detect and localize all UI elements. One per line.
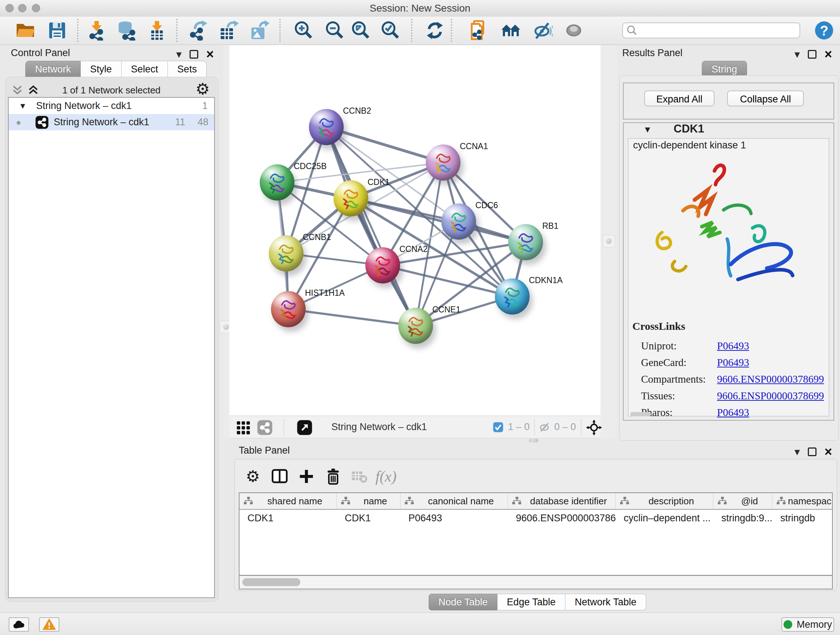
export-image-icon[interactable]	[248, 19, 270, 41]
right-splitter-handle[interactable]	[603, 235, 615, 247]
table-cell-id[interactable]: stringdb:9...	[714, 510, 772, 526]
node-cdk1[interactable]	[333, 180, 368, 217]
column-header-description[interactable]: description	[616, 493, 714, 509]
node-cdc6[interactable]	[441, 203, 476, 240]
crosslink-value-link[interactable]: P06493	[717, 340, 749, 352]
node-hist1h1a[interactable]	[271, 291, 306, 327]
float-panel-icon[interactable]	[808, 50, 816, 59]
crosslink-value-link[interactable]: 9606.ENSP00000378699	[717, 390, 824, 402]
edge-HIST1H1A-CCNE1[interactable]	[288, 309, 416, 326]
document-share-icon[interactable]	[467, 19, 489, 41]
collapse-all-button[interactable]: Collapse All	[727, 90, 804, 106]
warning-button[interactable]	[39, 617, 59, 632]
network-share-view-icon[interactable]	[257, 420, 273, 437]
zoom-out-icon[interactable]	[324, 19, 346, 41]
column-header-shared-name[interactable]: shared name	[240, 493, 337, 509]
show-panel-eye-icon[interactable]	[563, 19, 584, 41]
node-ccna2[interactable]	[365, 247, 400, 283]
refresh-icon[interactable]	[424, 19, 446, 41]
network-view-title: String Network – cdk1	[332, 421, 427, 432]
table-cell-canonical-name[interactable]: P06493	[401, 510, 508, 526]
open-view-in-window-icon[interactable]	[297, 420, 313, 437]
help-icon[interactable]: ?	[813, 19, 835, 41]
home-pages-icon[interactable]	[500, 19, 522, 41]
node-label-cdc6: CDC6	[475, 201, 498, 211]
table-cell-shared-name[interactable]: CDK1	[240, 510, 337, 526]
entry-collapse-icon[interactable]: ▼	[643, 125, 652, 135]
selected-checkbox-icon[interactable]	[493, 422, 504, 434]
delete-column-trash-icon[interactable]	[322, 465, 344, 488]
table-options-gear-icon[interactable]: ⚙	[242, 465, 264, 488]
import-network-icon[interactable]	[86, 19, 107, 41]
import-table-icon[interactable]	[146, 19, 168, 41]
search-input[interactable]	[641, 24, 799, 37]
float-panel-icon[interactable]	[808, 448, 816, 456]
open-session-icon[interactable]	[14, 19, 36, 41]
birds-eye-crosshair-icon[interactable]	[586, 420, 602, 437]
node-label-cdkn1a: CDKN1A	[529, 276, 562, 285]
network-tree-root-row[interactable]: ▼ String Network – cdk1 1	[9, 98, 214, 114]
zoom-selected-icon[interactable]	[380, 19, 401, 41]
control-panel-tabs: NetworkStyleSelectSets	[25, 61, 207, 78]
save-session-icon[interactable]	[46, 19, 68, 41]
edge-CDK1-RB1[interactable]	[351, 198, 526, 242]
node-count: 11	[175, 117, 185, 128]
tab-style[interactable]: Style	[81, 61, 122, 78]
column-header-canonical-name[interactable]: canonical name	[401, 493, 508, 509]
node-cdkn1a[interactable]	[495, 279, 530, 315]
hide-panel-eye-icon[interactable]	[532, 19, 554, 41]
node-ccna1[interactable]	[426, 144, 461, 181]
expand-all-button[interactable]: Expand All	[644, 90, 714, 106]
crosslink-value-link[interactable]: P06493	[717, 407, 749, 418]
column-header-namespac[interactable]: namespac	[772, 493, 833, 509]
tree-expand-icon[interactable]: ▼	[19, 101, 27, 111]
float-panel-icon[interactable]	[189, 50, 198, 59]
export-table-icon[interactable]	[218, 19, 240, 41]
close-panel-icon[interactable]: ×	[824, 48, 832, 61]
table-horizontal-scrollbar[interactable]	[239, 576, 833, 589]
show-columns-icon[interactable]	[268, 465, 291, 488]
node-rb1[interactable]	[508, 224, 543, 260]
node-ccnb1[interactable]	[269, 235, 303, 272]
column-header-database-identifier[interactable]: database identifier	[508, 493, 616, 509]
results-scrollbar-thumb[interactable]	[630, 412, 651, 416]
network-tree-child-row[interactable]: ● String Network – cdk1 11 48	[9, 114, 214, 130]
grid-view-icon[interactable]	[236, 420, 250, 436]
crosslink-value-link[interactable]: 9606.ENSP00000378699	[717, 373, 824, 385]
network-canvas[interactable]: CCNB2CCNA1CDC25BCDK1CDC6RB1CCNB1CCNA2CDK…	[229, 45, 600, 416]
table-cell-database-identifier[interactable]: 9606.ENSP00000378699	[508, 510, 616, 526]
node-ccne1[interactable]	[398, 308, 433, 344]
tab-edge-table[interactable]: Edge Table	[497, 594, 565, 610]
left-splitter[interactable]	[223, 45, 229, 439]
search-field[interactable]	[622, 22, 800, 38]
tab-node-table[interactable]: Node Table	[429, 594, 497, 610]
create-column-plus-icon[interactable]	[295, 465, 317, 488]
close-panel-icon[interactable]: ×	[824, 445, 832, 458]
zoom-fit-icon[interactable]	[350, 19, 372, 41]
tab-sets[interactable]: Sets	[168, 61, 207, 78]
table-cell-namespac[interactable]: stringdb	[772, 510, 833, 526]
column-header-name[interactable]: name	[337, 493, 401, 509]
node-ccnb2[interactable]	[309, 109, 344, 145]
export-network-icon[interactable]	[187, 19, 209, 41]
collapse-panel-icon[interactable]: ▾	[794, 447, 800, 457]
tab-network[interactable]: Network	[25, 61, 81, 78]
network-options-gear-icon[interactable]: ⚙	[196, 81, 210, 97]
scrollbar-thumb[interactable]	[242, 578, 300, 586]
column-header-id[interactable]: @id	[714, 493, 772, 509]
tab-select[interactable]: Select	[122, 61, 168, 78]
node-cdc25b[interactable]	[260, 165, 294, 201]
horizontal-splitter-handle[interactable]	[529, 439, 538, 442]
zoom-in-icon[interactable]	[293, 19, 315, 41]
close-panel-icon[interactable]: ×	[206, 48, 214, 61]
memory-button[interactable]: Memory	[782, 617, 834, 632]
table-row[interactable]: CDK1CDK1P064939606.ENSP00000378699cyclin…	[240, 510, 832, 526]
collapse-panel-icon[interactable]: ▾	[176, 49, 182, 60]
crosslink-value-link[interactable]: P06493	[717, 356, 749, 368]
table-cell-description[interactable]: cyclin–dependent ...	[616, 510, 714, 526]
tab-network-table[interactable]: Network Table	[565, 594, 646, 610]
cloud-button[interactable]	[9, 617, 29, 632]
collapse-panel-icon[interactable]: ▾	[794, 49, 800, 60]
import-database-icon[interactable]	[116, 19, 137, 41]
table-cell-name[interactable]: CDK1	[337, 510, 401, 526]
